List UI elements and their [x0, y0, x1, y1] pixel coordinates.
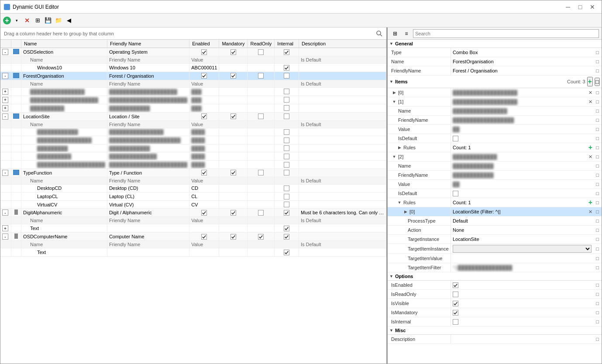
- reset-button[interactable]: □: [594, 117, 601, 124]
- expand-button[interactable]: +: [2, 225, 8, 231]
- checkbox-readonly[interactable]: [258, 73, 264, 79]
- dropdown-arrow-button[interactable]: ▾: [12, 16, 21, 25]
- cell-enabled[interactable]: [189, 48, 219, 56]
- checkbox-internal[interactable]: [284, 170, 289, 175]
- cell-isdefault[interactable]: [275, 64, 299, 72]
- expand-item-0-button[interactable]: ▶: [391, 89, 397, 96]
- expand-item-2-button[interactable]: ▼: [391, 154, 397, 160]
- checkbox-mandatory[interactable]: [230, 113, 236, 119]
- checkbox-isdefault[interactable]: [284, 185, 289, 191]
- checkbox-isdefault[interactable]: [284, 105, 289, 111]
- checkbox-ismandatory[interactable]: [453, 310, 458, 316]
- expand-button[interactable]: +: [2, 105, 8, 111]
- checkbox-readonly[interactable]: [258, 234, 264, 240]
- cell-internal[interactable]: [275, 72, 299, 80]
- col-enabled-header[interactable]: Enabled: [189, 40, 219, 48]
- cell-internal[interactable]: [275, 48, 299, 56]
- checkbox-mandatory[interactable]: [230, 49, 236, 55]
- view-list-button[interactable]: ≡: [402, 29, 411, 38]
- checkbox-mandatory[interactable]: [230, 170, 236, 175]
- reset-button[interactable]: □: [594, 264, 601, 271]
- reset-button[interactable]: □: [594, 246, 601, 252]
- extra-button[interactable]: ◀: [64, 16, 74, 25]
- delete-button[interactable]: ✕: [22, 16, 32, 25]
- view-grid-button[interactable]: ⊞: [390, 29, 400, 38]
- col-readonly-header[interactable]: ReadOnly: [248, 40, 275, 48]
- add-button[interactable]: +: [3, 17, 11, 24]
- expand-button[interactable]: -: [2, 73, 8, 79]
- col-internal-header[interactable]: Internal: [275, 40, 299, 48]
- checkbox-readonly[interactable]: [258, 49, 264, 55]
- checkbox-isreadonly[interactable]: [453, 292, 458, 297]
- rules-2-0-reset-button[interactable]: □: [594, 209, 601, 215]
- checkbox-enabled[interactable]: [201, 73, 207, 79]
- expand-button[interactable]: -: [2, 49, 8, 55]
- expand-rules-1-button[interactable]: ▶: [396, 144, 402, 151]
- item-2-reset-button[interactable]: □: [594, 154, 601, 160]
- rules-2-add-button[interactable]: +: [587, 199, 594, 206]
- reset-button[interactable]: □: [594, 319, 601, 325]
- expand-item-1-button[interactable]: ▼: [391, 99, 397, 105]
- cell-readonly[interactable]: [248, 48, 275, 56]
- expand-button[interactable]: -: [2, 170, 8, 176]
- expand-button[interactable]: -: [2, 234, 8, 240]
- close-button[interactable]: ✕: [587, 3, 598, 11]
- reset-button[interactable]: □: [594, 163, 601, 169]
- expand-rules-2-button[interactable]: ▼: [396, 199, 402, 206]
- checkbox-isdefault[interactable]: [284, 226, 289, 231]
- checkbox-internal[interactable]: [284, 234, 289, 240]
- reset-button[interactable]: □: [594, 300, 601, 307]
- expand-button[interactable]: -: [2, 209, 8, 216]
- item-0-delete-button[interactable]: ✕: [587, 89, 594, 96]
- checkbox-internal[interactable]: [284, 73, 289, 79]
- checkbox-isdefault[interactable]: [284, 89, 289, 94]
- checkbox-internal[interactable]: [284, 113, 289, 119]
- property-search-input[interactable]: [413, 29, 599, 38]
- checkbox-isdefault[interactable]: [284, 137, 289, 143]
- rules-1-add-button[interactable]: +: [587, 144, 594, 151]
- col-desc-header[interactable]: Description: [299, 40, 386, 48]
- item-0-reset-button[interactable]: □: [594, 89, 601, 96]
- prop-friendlyname-reset-button[interactable]: □: [594, 68, 601, 74]
- checkbox-internal[interactable]: [284, 49, 289, 55]
- maximize-button[interactable]: □: [574, 3, 586, 11]
- cell-enabled[interactable]: [189, 72, 219, 80]
- expand-button[interactable]: +: [2, 97, 8, 103]
- checkbox-isdefault[interactable]: [284, 250, 289, 255]
- checkbox-internal[interactable]: [284, 210, 289, 216]
- prop-name-reset-button[interactable]: □: [594, 58, 601, 65]
- checkbox-mandatory[interactable]: [230, 73, 236, 79]
- expand-rules-2-0-button[interactable]: ▶: [402, 209, 409, 215]
- checkbox-readonly[interactable]: [258, 113, 264, 119]
- checkbox-isdefault[interactable]: [284, 97, 289, 103]
- reset-button[interactable]: □: [594, 227, 601, 234]
- cell-mandatory[interactable]: [219, 48, 248, 56]
- checkbox-enabled[interactable]: [201, 210, 207, 216]
- rules-2-0-delete-button[interactable]: ✕: [587, 209, 594, 215]
- item-2-delete-button[interactable]: ✕: [587, 154, 594, 160]
- checkbox-readonly[interactable]: [258, 210, 264, 216]
- col-name-header[interactable]: Name: [21, 40, 107, 48]
- checkbox-mandatory[interactable]: [230, 234, 236, 240]
- section-items-header[interactable]: ▼ Items Count: 3 + □: [388, 76, 602, 88]
- reset-button[interactable]: □: [594, 309, 601, 316]
- col-friendly-header[interactable]: Friendly Name: [107, 40, 189, 48]
- rules-1-reset-button[interactable]: □: [594, 144, 601, 151]
- checkbox-isvisible[interactable]: [453, 301, 458, 306]
- reset-button[interactable]: □: [594, 108, 601, 114]
- open-button[interactable]: 📁: [54, 16, 63, 25]
- reset-button[interactable]: □: [594, 172, 601, 179]
- targetiteminstance-select[interactable]: [453, 245, 592, 253]
- item-1-reset-button[interactable]: □: [594, 99, 601, 105]
- checkbox-isenabled[interactable]: [453, 282, 458, 288]
- reset-button[interactable]: □: [594, 255, 601, 262]
- checkbox-enabled[interactable]: [201, 113, 207, 119]
- checkbox-isdefault[interactable]: [284, 194, 289, 199]
- checkbox-isdefault[interactable]: [284, 202, 289, 207]
- cell-mandatory[interactable]: [219, 72, 248, 80]
- reset-button[interactable]: □: [594, 236, 601, 243]
- reset-button[interactable]: □: [594, 126, 601, 133]
- rules-2-reset-button[interactable]: □: [594, 199, 601, 206]
- col-mandatory-header[interactable]: Mandatory: [219, 40, 248, 48]
- checkbox-isdefault[interactable]: [284, 129, 289, 135]
